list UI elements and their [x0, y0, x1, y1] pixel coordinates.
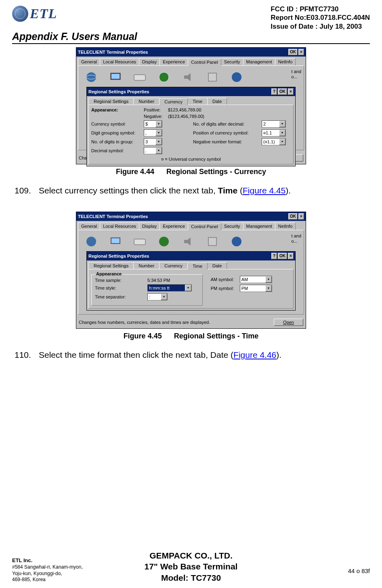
tab-experience[interactable]: Experience	[160, 223, 188, 230]
chevron-down-icon[interactable]: ▾	[185, 285, 191, 291]
tab-security[interactable]: Security	[221, 223, 243, 230]
display-icon[interactable]	[109, 71, 122, 84]
am-symbol-label: AM symbol:	[211, 277, 240, 282]
system-icon[interactable]	[206, 71, 219, 84]
subtab-regional-settings[interactable]: Regional Settings	[88, 262, 134, 269]
combo[interactable]: ¤1.1▾	[262, 129, 286, 136]
tab-local-resources[interactable]: Local Resources	[100, 58, 139, 65]
chevron-down-icon[interactable]: ▾	[279, 139, 285, 145]
tab-display[interactable]: Display	[139, 223, 160, 230]
tab-display[interactable]: Display	[139, 58, 160, 65]
help-icon[interactable]: ?	[271, 88, 277, 95]
open-button[interactable]: Open	[274, 319, 303, 326]
combo[interactable]: (¤1.1)▾	[262, 138, 286, 145]
time-separator-combo[interactable]: :▾	[147, 293, 168, 300]
universal-note: ¤ = Universal currency symbol	[91, 157, 291, 162]
chevron-down-icon[interactable]: ▾	[161, 294, 167, 300]
svg-rect-8	[208, 73, 216, 81]
network-icon[interactable]	[230, 71, 243, 84]
subtab-date[interactable]: Date	[207, 98, 227, 105]
tab-general[interactable]: General	[78, 58, 100, 65]
tab-management[interactable]: Management	[243, 223, 275, 230]
keyboard-icon[interactable]	[133, 235, 146, 248]
window-title: TELECLIENT Terminal Properties	[78, 50, 148, 55]
chevron-down-icon[interactable]: ▾	[155, 130, 162, 136]
combo[interactable]: 3▾	[144, 138, 162, 145]
field-label: Currency symbol:	[91, 122, 144, 126]
subtab-number[interactable]: Number	[133, 262, 160, 269]
system-icon[interactable]	[206, 235, 219, 248]
step-109: 109. Select currency settings then click…	[15, 186, 370, 195]
chevron-down-icon[interactable]: ▾	[265, 285, 272, 292]
subtab-time[interactable]: Time	[187, 98, 208, 105]
ok-button[interactable]: OK	[278, 88, 287, 95]
internet-icon[interactable]	[85, 71, 98, 84]
tab-control-panel[interactable]: Control Panel	[188, 223, 221, 230]
combo[interactable]: 2▾	[262, 120, 286, 128]
chevron-down-icon[interactable]: ▾	[155, 121, 162, 127]
tab-netinfo[interactable]: NetInfo	[275, 223, 296, 230]
control-panel-icons	[82, 69, 300, 88]
close-icon[interactable]: ×	[298, 49, 304, 55]
figure-link-445[interactable]: Figure 4.45	[243, 186, 285, 195]
network-icon[interactable]	[230, 235, 243, 248]
chevron-down-icon[interactable]: ▾	[265, 276, 272, 283]
subtab-date[interactable]: Date	[207, 262, 227, 269]
am-symbol-combo[interactable]: AM▾	[240, 276, 272, 283]
tab-security[interactable]: Security	[221, 58, 243, 65]
tab-local-resources[interactable]: Local Resources	[100, 223, 139, 230]
screenshot-time: TELECLIENT Terminal Properties OK × Gene…	[76, 212, 306, 329]
subtab-regional-settings[interactable]: Regional Settings	[88, 98, 134, 105]
close-icon[interactable]: ×	[298, 213, 304, 220]
combo[interactable]: .▾	[144, 147, 162, 154]
close-icon[interactable]: ×	[288, 253, 294, 259]
appendix-title: Appendix F. Users Manual	[12, 31, 370, 42]
tab-control-panel[interactable]: Control Panel	[188, 59, 221, 66]
time-sample-label: Time sample:	[95, 278, 147, 283]
globe-icon	[12, 6, 28, 22]
page-number: 44 o 83f	[348, 567, 370, 574]
header-rule	[12, 43, 370, 44]
sound-icon[interactable]	[182, 71, 195, 84]
tab-management[interactable]: Management	[243, 58, 275, 65]
ok-button[interactable]: OK	[288, 49, 298, 55]
figure-link-446[interactable]: Figure 4.46	[233, 350, 276, 359]
combo[interactable]: $▾	[144, 120, 162, 128]
combo[interactable]: ,▾	[144, 129, 162, 136]
help-icon[interactable]: ?	[271, 253, 277, 259]
ok-button[interactable]: OK	[278, 253, 287, 259]
internet-icon[interactable]	[85, 235, 98, 248]
time-style-combo[interactable]: h:mm:ss tt▾	[147, 284, 192, 292]
chevron-down-icon[interactable]: ▾	[279, 130, 285, 136]
subtab-time[interactable]: Time	[187, 262, 208, 269]
tab-experience[interactable]: Experience	[160, 58, 188, 65]
svg-point-0	[86, 72, 96, 82]
chevron-down-icon[interactable]: ▾	[155, 147, 162, 154]
display-icon[interactable]	[109, 235, 122, 248]
field-label: No. of digits in group:	[91, 139, 144, 144]
status-text: Changes how numbers, currencies, dates a…	[79, 320, 210, 325]
svg-rect-4	[134, 75, 145, 80]
ok-button[interactable]: OK	[288, 213, 298, 220]
appearance-legend: Appearance	[95, 271, 123, 276]
pm-symbol-combo[interactable]: PM▾	[240, 285, 272, 292]
close-icon[interactable]: ×	[288, 88, 294, 95]
svg-point-10	[86, 237, 96, 246]
subtab-number[interactable]: Number	[133, 98, 160, 105]
tab-general[interactable]: General	[78, 223, 100, 230]
footer-address: ETL Inc. #584 Sangwhal-ri, Kanam-myon, Y…	[12, 557, 370, 583]
svg-rect-3	[111, 74, 120, 79]
svg-rect-12	[111, 238, 120, 243]
regional-icon[interactable]	[157, 71, 170, 84]
keyboard-icon[interactable]	[133, 71, 146, 84]
regional-icon[interactable]	[157, 235, 170, 248]
subtab-currency[interactable]: Currency	[159, 262, 188, 269]
chevron-down-icon[interactable]: ▾	[155, 139, 162, 145]
brand-logo: ETL	[12, 4, 65, 23]
tab-netinfo[interactable]: NetInfo	[275, 58, 296, 65]
subtab-currency[interactable]: Currency	[159, 98, 188, 105]
sound-icon[interactable]	[182, 235, 195, 248]
regional-settings-dialog: Regional Settings Properties ? OK × Regi…	[86, 87, 296, 166]
appearance-label: Appearance:	[91, 107, 144, 112]
chevron-down-icon[interactable]: ▾	[279, 121, 285, 127]
